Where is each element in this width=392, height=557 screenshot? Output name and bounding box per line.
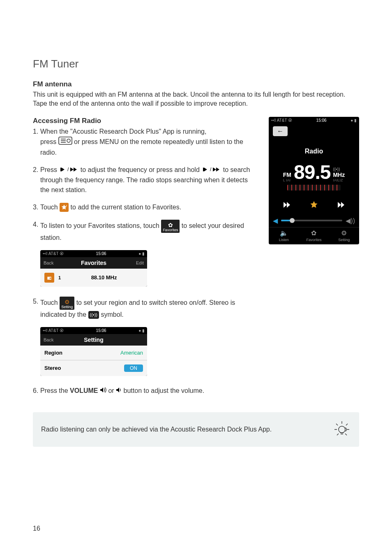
back-arrow-button[interactable]: ← bbox=[273, 126, 288, 136]
menu-icon bbox=[58, 137, 72, 148]
favorites-tab-icon: ✿ Favorites bbox=[161, 220, 180, 233]
step-2: 2. Press / to adjust the frequency or pr… bbox=[33, 165, 257, 195]
volume-down-icon bbox=[116, 386, 122, 396]
back-button[interactable]: Back bbox=[44, 337, 60, 342]
volume-up-icon bbox=[100, 386, 106, 396]
svg-text:/: / bbox=[67, 167, 69, 172]
favorite-star-button[interactable] bbox=[309, 200, 318, 211]
step-5: 5. Touch ⚙ Setting to set your region an… bbox=[33, 297, 257, 320]
step6-or: or bbox=[108, 387, 114, 394]
setting-tab-icon: ⚙ Setting bbox=[60, 297, 74, 310]
battery-icon: ● ▮ bbox=[138, 328, 145, 333]
clock-label: 15:06 bbox=[96, 328, 106, 333]
step-1: 1. When the "Acoustic Research Dock Plus… bbox=[33, 127, 257, 158]
battery-icon: ● ▮ bbox=[138, 251, 145, 256]
step4-a: To listen to your Favorites stations, to… bbox=[40, 222, 159, 229]
back-row: ← bbox=[269, 124, 359, 139]
prev-next-icon-2: / bbox=[201, 165, 221, 175]
radio-title: Radio bbox=[273, 148, 355, 155]
svg-point-10 bbox=[339, 426, 345, 433]
tip-bulb-icon bbox=[333, 420, 351, 439]
step3-rest: to add the current station to Favorites. bbox=[71, 204, 181, 211]
speaker-icon: 🔈 bbox=[269, 229, 299, 237]
step3-touch: Touch bbox=[40, 204, 58, 211]
svg-point-9 bbox=[50, 277, 51, 279]
screen-title: Favorites bbox=[60, 260, 127, 266]
gear-fav-icon: ✿ bbox=[299, 229, 329, 237]
svg-text:/: / bbox=[210, 167, 212, 172]
carrier-label: ••ll AT&T ⦿ bbox=[43, 251, 64, 256]
stereo-row[interactable]: Stereo ON bbox=[40, 360, 147, 376]
page-number: 16 bbox=[33, 525, 40, 532]
stereo-toggle[interactable]: ON bbox=[124, 364, 143, 372]
svg-text:+: + bbox=[66, 204, 67, 207]
favorite-freq: 88.10 MHz bbox=[65, 274, 143, 281]
status-bar: ••ll AT&T ⦿ 15:06 ● ▮ bbox=[40, 250, 147, 257]
tab-bar: 🔈 Listen ✿ Favorites ⚙ Setting bbox=[269, 227, 359, 244]
stereo-label: Stereo bbox=[44, 365, 120, 371]
step1-press: press bbox=[40, 138, 56, 145]
tuning-dial[interactable] bbox=[287, 185, 341, 190]
note-text: Radio listening can only be achieved via… bbox=[41, 426, 325, 433]
svg-point-4 bbox=[67, 139, 70, 142]
fm-antenna-heading: FM antenna bbox=[33, 80, 359, 88]
frequency-value: 89.5 bbox=[294, 162, 330, 182]
clock-label: 15:06 bbox=[96, 251, 106, 256]
edit-button[interactable]: Edit bbox=[127, 260, 144, 265]
next-button[interactable] bbox=[337, 202, 346, 210]
battery-icon: ● ▮ bbox=[350, 118, 357, 123]
gear-icon: ⚙ bbox=[329, 229, 359, 237]
wifi-icon: ⦿ bbox=[60, 328, 64, 333]
star-add-icon: + bbox=[60, 203, 69, 212]
tab-setting[interactable]: ⚙ Setting bbox=[329, 227, 359, 244]
step2-mid: to adjust the frequency or press and hol… bbox=[81, 166, 200, 173]
step1-line1: When the "Acoustic Research Dock Plus" A… bbox=[40, 128, 206, 135]
setting-screenshot: ••ll AT&T ⦿ 15:06 ● ▮ Back Setting Regio… bbox=[40, 327, 147, 376]
tab-listen[interactable]: 🔈 Listen bbox=[269, 227, 299, 244]
favorites-screenshot: ••ll AT&T ⦿ 15:06 ● ▮ Back Favorites Edi… bbox=[40, 250, 147, 287]
screen-title: Setting bbox=[60, 337, 127, 343]
wifi-icon: ⦿ bbox=[60, 251, 64, 256]
status-bar: ••ll AT&T ⦿ 15:06 ● ▮ bbox=[40, 327, 147, 334]
gear-mini-icon: ✿ bbox=[163, 222, 178, 228]
region-row[interactable]: Region American bbox=[40, 346, 147, 360]
volume-slider[interactable]: ◀ ◀)) bbox=[269, 214, 359, 227]
fm-antenna-text: This unit is equipped with an FM antenna… bbox=[33, 90, 359, 109]
step-4: 4. To listen to your Favorites stations,… bbox=[33, 220, 257, 243]
step6-rest: button to adjust the volume. bbox=[124, 387, 205, 394]
previous-button[interactable] bbox=[282, 202, 291, 210]
freq-unit: MHz bbox=[333, 172, 345, 178]
accessing-heading: Accessing FM Radio bbox=[33, 117, 257, 125]
nav-bar: Back Favorites Edit bbox=[40, 257, 147, 269]
note-box: Radio listening can only be achieved via… bbox=[33, 412, 359, 447]
wifi-icon: ⦿ bbox=[288, 118, 292, 123]
step-3: 3. Touch + to add the current station to… bbox=[33, 202, 257, 212]
stereo-indicator-icon: ((•)) bbox=[88, 311, 99, 319]
page-title: FM Tuner bbox=[33, 58, 359, 70]
volume-label: VOLUME bbox=[70, 387, 98, 394]
fm-label: FM bbox=[283, 172, 291, 178]
prev-next-icon: / bbox=[59, 165, 78, 175]
step-6: 6. Press the VOLUME or button to adjust … bbox=[33, 386, 257, 396]
volume-high-icon: ◀)) bbox=[346, 217, 355, 225]
step2-press: Press bbox=[40, 166, 57, 173]
step5-c: symbol. bbox=[101, 311, 124, 318]
back-button[interactable]: Back bbox=[44, 260, 60, 265]
status-bar: ••ll AT&T ⦿ 15:06 ● ▮ bbox=[269, 117, 359, 124]
volume-low-icon: ◀ bbox=[273, 217, 278, 225]
favorite-row[interactable]: 1 88.10 MHz bbox=[40, 269, 147, 287]
stereo-small-icon: ((•)) bbox=[333, 167, 345, 172]
step6-a: Press the bbox=[40, 387, 68, 394]
carrier-label: ••ll AT&T ⦿ bbox=[43, 328, 64, 333]
tab-favorites[interactable]: ✿ Favorites bbox=[299, 227, 329, 244]
favorite-index: 1 bbox=[58, 275, 61, 280]
clock-label: 15:06 bbox=[316, 118, 327, 123]
region-label: Region bbox=[44, 350, 116, 356]
nav-bar: Back Setting bbox=[40, 334, 147, 346]
region-value: American bbox=[120, 350, 143, 356]
radio-screenshot: ••ll AT&T ⦿ 15:06 ● ▮ ← Radio FM L IAI 8… bbox=[269, 117, 359, 244]
gear-icon: ⚙ bbox=[61, 299, 73, 305]
carrier-label: ••ll AT&T ⦿ bbox=[271, 118, 292, 123]
favorite-station-icon bbox=[44, 273, 54, 283]
step5-a: Touch bbox=[40, 299, 58, 306]
